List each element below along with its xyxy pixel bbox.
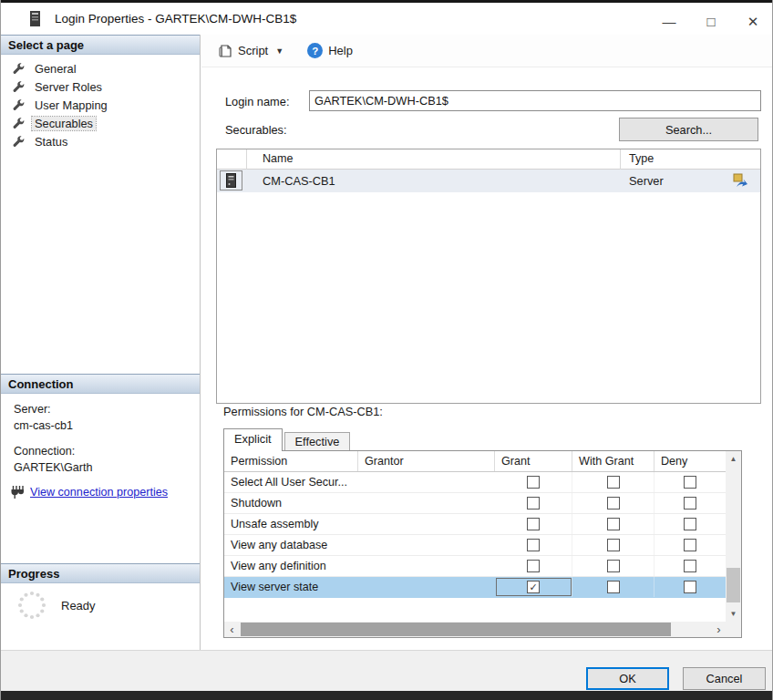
toolbar: Script ▼ ? Help	[201, 35, 773, 67]
permission-grantor	[358, 493, 495, 513]
grant-checkbox[interactable]	[527, 497, 540, 510]
search-button[interactable]: Search...	[619, 118, 758, 141]
scrollbar-corner	[726, 622, 741, 637]
sidebar-item-general[interactable]: General	[1, 59, 200, 77]
with-grant-checkbox[interactable]	[607, 497, 620, 510]
progress-header: Progress	[1, 563, 200, 583]
permissions-label: Permissions for CM-CAS-CB1:	[223, 405, 383, 418]
deny-cell	[654, 556, 727, 576]
deny-cell	[654, 577, 727, 597]
vertical-scroll-thumb[interactable]	[727, 568, 740, 602]
with-grant-checkbox[interactable]	[607, 581, 620, 593]
deny-checkbox[interactable]	[684, 581, 696, 593]
sidebar-item-server-roles[interactable]: Server Roles	[1, 77, 200, 96]
vertical-scrollbar[interactable]: ▲ ▼	[726, 451, 741, 622]
sidebar-item-securables[interactable]: Securables	[1, 114, 200, 132]
deny-checkbox[interactable]	[684, 518, 696, 530]
with-grant-checkbox[interactable]	[607, 539, 620, 551]
deny-cell	[654, 472, 727, 492]
deny-checkbox[interactable]	[684, 560, 696, 572]
sidebar-item-status[interactable]: Status	[1, 132, 200, 150]
page-list: GeneralServer RolesUser MappingSecurable…	[1, 59, 200, 150]
server-icon	[226, 173, 236, 188]
securables-label: Securables:	[225, 123, 287, 137]
permission-name: Shutdown	[224, 493, 358, 513]
login-name-input[interactable]	[309, 90, 761, 111]
grant-checkbox[interactable]: ✓	[527, 581, 540, 593]
sidebar-item-user-mapping[interactable]: User Mapping	[1, 96, 200, 114]
permission-row[interactable]: View any database	[224, 535, 727, 556]
securable-row[interactable]: CM-CAS-CB1 Server	[217, 170, 760, 192]
sidebar: Select a page GeneralServer RolesUser Ma…	[1, 35, 201, 650]
help-button[interactable]: ? Help	[302, 39, 358, 62]
permission-row[interactable]: View server state✓	[224, 577, 727, 598]
maximize-button[interactable]: □	[690, 5, 732, 37]
grant-cell	[495, 493, 572, 513]
script-dropdown-caret[interactable]: ▼	[275, 46, 283, 56]
minimize-button[interactable]: —	[648, 5, 690, 37]
window-bottom-edge	[1, 691, 773, 700]
securables-name-column[interactable]: Name	[263, 152, 294, 165]
grant-cell	[495, 535, 572, 555]
script-label: Script	[238, 44, 268, 57]
column-header-grantor[interactable]: Grantor	[358, 451, 495, 471]
progress-status: Ready	[61, 599, 96, 612]
deny-checkbox[interactable]	[684, 497, 696, 510]
column-header-permission[interactable]: Permission	[224, 451, 358, 471]
securable-name: CM-CAS-CB1	[263, 174, 335, 188]
grant-cell: ✓	[495, 577, 572, 597]
deny-cell	[654, 535, 727, 555]
deny-checkbox[interactable]	[684, 539, 696, 551]
permission-name: View server state	[224, 577, 358, 597]
scroll-up-icon[interactable]: ▲	[726, 451, 741, 467]
view-connection-properties-link[interactable]: View connection properties	[30, 486, 168, 499]
permission-name: View any database	[224, 535, 358, 555]
scroll-down-icon[interactable]: ▼	[726, 606, 741, 622]
permission-row[interactable]: Unsafe assembly	[224, 514, 727, 535]
grant-checkbox[interactable]	[527, 560, 540, 572]
permission-grantor	[358, 514, 495, 534]
horizontal-scrollbar[interactable]: ‹ ›	[224, 622, 727, 637]
column-header-deny[interactable]: Deny	[654, 451, 727, 471]
permission-row[interactable]: Select All User Secur...	[224, 472, 727, 493]
deny-checkbox[interactable]	[684, 476, 696, 489]
column-header-with-grant[interactable]: With Grant	[572, 451, 654, 471]
grant-checkbox[interactable]	[527, 518, 540, 530]
with-grant-cell	[572, 556, 654, 576]
scroll-left-icon[interactable]: ‹	[224, 622, 240, 637]
permissions-table-header: PermissionGrantorGrantWith GrantDeny	[224, 451, 727, 472]
securable-type: Server	[629, 174, 664, 188]
with-grant-cell	[572, 535, 654, 555]
horizontal-scroll-thumb[interactable]	[241, 623, 671, 636]
login-name-label: Login name:	[225, 95, 289, 108]
permission-row[interactable]: View any definition	[224, 556, 727, 577]
with-grant-checkbox[interactable]	[607, 476, 620, 489]
sidebar-item-label: Status	[32, 135, 70, 149]
connection-label: Connection:	[14, 443, 196, 459]
permissions-table: PermissionGrantorGrantWith GrantDeny Sel…	[223, 450, 742, 638]
tab-effective[interactable]: Effective	[284, 432, 351, 451]
connection-header: Connection	[1, 374, 200, 394]
with-grant-checkbox[interactable]	[607, 560, 620, 572]
wrench-icon	[13, 136, 25, 148]
close-button[interactable]: ✕	[732, 5, 773, 37]
main-panel: Script ▼ ? Help Login name: Securables: …	[201, 35, 773, 650]
tab-explicit[interactable]: Explicit	[223, 428, 283, 451]
with-grant-checkbox[interactable]	[607, 518, 620, 530]
script-button[interactable]: Script ▼	[212, 40, 289, 62]
row-action-icon[interactable]	[733, 173, 748, 191]
securables-type-column[interactable]: Type	[629, 152, 654, 165]
server-label: Server:	[14, 401, 196, 417]
with-grant-cell	[572, 493, 654, 513]
scroll-right-icon[interactable]: ›	[711, 622, 727, 637]
permission-grantor	[358, 472, 495, 492]
grant-cell	[495, 556, 572, 576]
sidebar-item-label: General	[32, 62, 79, 76]
securables-table-header: Name Type	[217, 149, 760, 170]
permission-row[interactable]: Shutdown	[224, 493, 727, 514]
grant-checkbox[interactable]	[527, 476, 540, 489]
cancel-button[interactable]: Cancel	[683, 667, 766, 690]
column-header-grant[interactable]: Grant	[495, 451, 572, 471]
grant-checkbox[interactable]	[527, 539, 540, 551]
ok-button[interactable]: OK	[586, 667, 669, 690]
